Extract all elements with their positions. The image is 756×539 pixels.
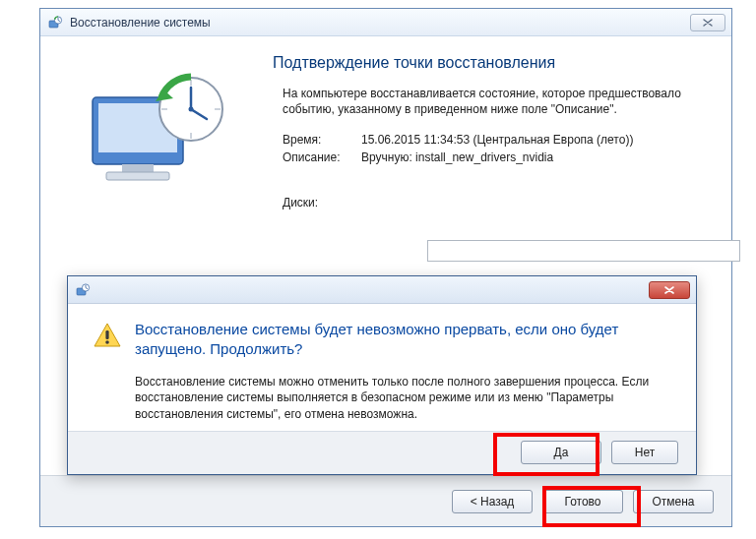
- time-value: 15.06.2015 11:34:53 (Центральная Европа …: [361, 133, 712, 147]
- restore-icon: [74, 281, 92, 299]
- svg-rect-14: [105, 330, 108, 339]
- time-label: Время:: [283, 133, 361, 147]
- description-text: На компьютере восстанавливается состояни…: [283, 86, 712, 117]
- page-heading: Подтверждение точки восстановления: [273, 54, 712, 72]
- window-title: Восстановление системы: [70, 16, 690, 30]
- warning-icon: [88, 320, 127, 423]
- wizard-footer: < Назад Готово Отмена: [40, 475, 731, 526]
- disks-label: Диски:: [283, 196, 361, 210]
- svg-point-15: [105, 340, 109, 344]
- time-row: Время: 15.06.2015 11:34:53 (Центральная …: [283, 133, 712, 147]
- description-row: Описание: Вручную: install_new_drivers_n…: [283, 150, 712, 164]
- close-button[interactable]: [690, 14, 725, 31]
- disks-field: [427, 240, 740, 262]
- confirm-titlebar: [68, 276, 696, 304]
- cancel-button[interactable]: Отмена: [633, 490, 714, 513]
- yes-button[interactable]: Да: [521, 441, 601, 464]
- confirm-sub-text: Восстановление системы можно отменить то…: [135, 374, 678, 423]
- right-content: Подтверждение точки восстановления На ко…: [267, 48, 712, 213]
- confirm-body: Восстановление системы будет невозможно …: [68, 304, 696, 431]
- window-titlebar: Восстановление системы: [40, 9, 731, 36]
- description-label: Описание:: [283, 150, 361, 164]
- finish-button[interactable]: Готово: [542, 490, 623, 513]
- disks-row: Диски:: [283, 196, 712, 210]
- confirm-main-text: Восстановление системы будет невозможно …: [135, 320, 678, 360]
- main-body: Подтверждение точки восстановления На ко…: [40, 36, 731, 213]
- no-button[interactable]: Нет: [611, 441, 678, 464]
- confirm-text: Восстановление системы будет невозможно …: [127, 320, 678, 423]
- confirm-footer: Да Нет: [68, 431, 696, 474]
- description-value: Вручную: install_new_drivers_nvidia: [361, 150, 712, 164]
- confirm-close-button[interactable]: [649, 281, 690, 299]
- restore-icon: [46, 14, 64, 31]
- restore-illustration: [50, 48, 267, 213]
- svg-rect-4: [122, 164, 154, 172]
- svg-rect-5: [106, 172, 169, 180]
- confirm-dialog: Восстановление системы будет невозможно …: [67, 275, 697, 475]
- back-button[interactable]: < Назад: [452, 490, 533, 513]
